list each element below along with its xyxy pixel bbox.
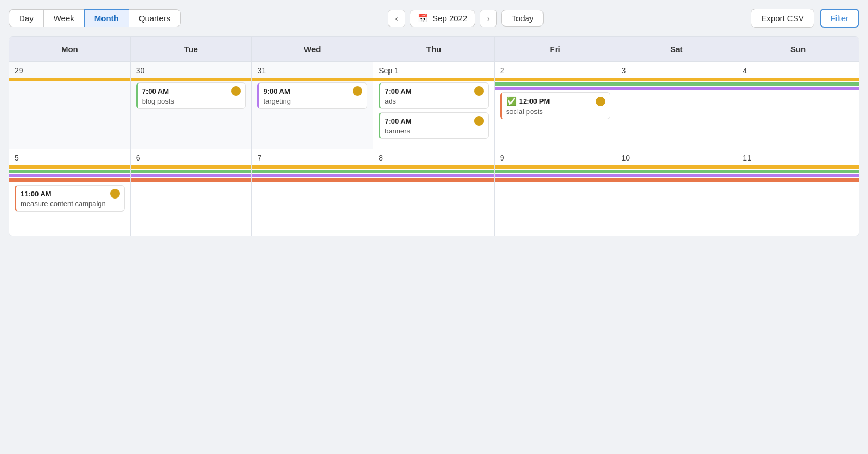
nav-controls: ‹ 📅 Sep 2022 › Today xyxy=(388,10,544,27)
export-csv-button[interactable]: Export CSV xyxy=(751,9,814,28)
status-dot xyxy=(596,97,605,106)
date-30: 30 xyxy=(136,66,246,75)
right-actions: Export CSV Filter xyxy=(751,9,859,28)
date-9: 9 xyxy=(500,154,610,162)
status-dot xyxy=(110,189,120,199)
event-name: ads xyxy=(385,97,484,105)
cell-sep6[interactable]: 6 xyxy=(131,149,252,236)
date-sep1: Sep 1 xyxy=(379,66,489,75)
filter-button[interactable]: Filter xyxy=(820,9,859,28)
cell-sep7[interactable]: 7 xyxy=(252,149,373,236)
event-name: social posts xyxy=(506,107,605,116)
today-button[interactable]: Today xyxy=(501,10,544,27)
prev-month-button[interactable]: ‹ xyxy=(388,10,405,27)
event-time: 7:00 AM xyxy=(385,117,411,125)
event-social-posts[interactable]: ✅ 12:00 PM social posts xyxy=(500,92,610,119)
calendar-row-1: 29 30 7:00 AM blog posts 31 xyxy=(9,62,859,149)
cell-sep9[interactable]: 9 xyxy=(495,149,616,236)
month-label: 📅 Sep 2022 xyxy=(410,10,475,27)
event-name: measure content campaign xyxy=(21,200,120,208)
date-4: 4 xyxy=(743,66,853,75)
date-29: 29 xyxy=(15,66,125,75)
event-banners[interactable]: 7:00 AM banners xyxy=(379,112,489,139)
event-ads[interactable]: 7:00 AM ads xyxy=(379,82,489,109)
cell-sep8[interactable]: 8 xyxy=(373,149,495,236)
month-year-text: Sep 2022 xyxy=(432,14,467,23)
date-2: 2 xyxy=(500,66,610,75)
cell-sep3[interactable]: 3 xyxy=(616,62,738,149)
date-11: 11 xyxy=(743,154,853,162)
cell-sep2[interactable]: 2 ✅ 12:00 PM social posts xyxy=(495,62,616,149)
header-sat: Sat xyxy=(616,37,738,61)
cell-sep1[interactable]: Sep 1 7:00 AM ads 7:00 AM banners xyxy=(373,62,495,149)
tab-week[interactable]: Week xyxy=(43,9,84,27)
cell-aug30[interactable]: 30 7:00 AM blog posts xyxy=(131,62,252,149)
tab-quarters[interactable]: Quarters xyxy=(129,9,181,27)
date-3: 3 xyxy=(622,66,732,75)
date-31: 31 xyxy=(257,66,367,75)
status-dot xyxy=(353,86,362,96)
cell-sep5[interactable]: 5 11:00 AM measure content campaign xyxy=(9,149,131,236)
status-dot xyxy=(474,116,484,126)
event-name: banners xyxy=(385,127,484,135)
tab-month[interactable]: Month xyxy=(84,9,129,27)
event-name: targeting xyxy=(263,97,362,105)
event-targeting[interactable]: 9:00 AM targeting xyxy=(257,82,367,109)
calendar-body: 29 30 7:00 AM blog posts 31 xyxy=(9,62,859,236)
header-fri: Fri xyxy=(495,37,616,61)
cell-sep4[interactable]: 4 xyxy=(737,62,859,149)
calendar: Mon Tue Wed Thu Fri Sat Sun 29 30 7:00 A… xyxy=(9,36,859,236)
event-time: 12:00 PM xyxy=(519,97,550,105)
cell-sep10[interactable]: 10 xyxy=(616,149,738,236)
tab-day[interactable]: Day xyxy=(9,9,43,27)
view-tabs: Day Week Month Quarters xyxy=(9,9,181,27)
date-5: 5 xyxy=(15,154,125,162)
date-8: 8 xyxy=(379,154,489,162)
header-tue: Tue xyxy=(131,37,252,61)
calendar-header: Mon Tue Wed Thu Fri Sat Sun xyxy=(9,37,859,62)
check-icon: ✅ xyxy=(506,96,517,106)
cell-sep11[interactable]: 11 xyxy=(737,149,859,236)
status-dot xyxy=(231,86,241,96)
header-sun: Sun xyxy=(737,37,859,61)
calendar-row-2: 5 11:00 AM measure content campaign 6 xyxy=(9,149,859,236)
event-time: 7:00 AM xyxy=(385,87,411,95)
cell-aug29[interactable]: 29 xyxy=(9,62,131,149)
event-time: 9:00 AM xyxy=(263,87,290,95)
next-month-button[interactable]: › xyxy=(480,10,497,27)
toolbar: Day Week Month Quarters ‹ 📅 Sep 2022 › T… xyxy=(9,9,859,28)
event-time: 7:00 AM xyxy=(142,87,169,95)
event-measure-content[interactable]: 11:00 AM measure content campaign xyxy=(15,185,125,212)
header-wed: Wed xyxy=(252,37,373,61)
date-7: 7 xyxy=(257,154,367,162)
event-time: 11:00 AM xyxy=(21,190,52,198)
event-name: blog posts xyxy=(142,97,241,105)
status-dot xyxy=(474,86,484,96)
calendar-icon: 📅 xyxy=(418,14,428,23)
date-6: 6 xyxy=(136,154,246,162)
cell-aug31[interactable]: 31 9:00 AM targeting xyxy=(252,62,373,149)
date-10: 10 xyxy=(622,154,732,162)
header-thu: Thu xyxy=(373,37,495,61)
header-mon: Mon xyxy=(9,37,131,61)
event-blog-posts[interactable]: 7:00 AM blog posts xyxy=(136,82,246,109)
